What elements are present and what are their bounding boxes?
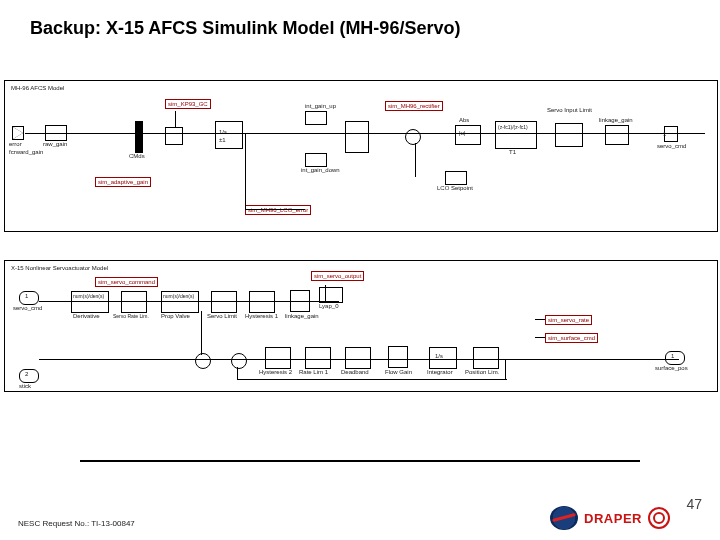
label-lyap: Lyap_0 — [319, 303, 338, 309]
gain-flow — [389, 347, 407, 367]
wire-fb — [505, 359, 506, 379]
wire-v2 — [415, 143, 416, 177]
block-switch — [345, 121, 369, 153]
block-lco — [445, 171, 467, 185]
block-hyst2 — [265, 347, 291, 369]
tag-servo-output: sim_servo_output — [311, 271, 364, 281]
outport-surface — [665, 351, 685, 365]
diagram-servo: X-15 Nonlinear Servoactuator Model 1 ser… — [4, 260, 718, 392]
logo-group: DRAPER — [550, 506, 670, 530]
draper-logo-icon — [648, 507, 670, 529]
label-abs: Abs — [459, 117, 469, 123]
wire-v1 — [245, 133, 246, 209]
label-deadband: Deadband — [341, 369, 369, 375]
block-rate-lim — [121, 291, 147, 313]
tag-rectifier: sim_MH96_rectifier — [385, 101, 443, 111]
label-int-up: int_gain_up — [305, 103, 336, 109]
block-int1 — [215, 121, 243, 149]
outport-num: 1 — [663, 131, 666, 137]
sum2 — [195, 353, 211, 369]
label-error: error — [9, 141, 22, 147]
wire-v4 — [325, 285, 326, 301]
tag-servo-command: sim_servo_command — [95, 277, 158, 287]
tf1-text: (z-fc1)/(z-fc1) — [498, 125, 528, 130]
mux-cmds — [135, 121, 143, 153]
block-rate-lim2 — [305, 347, 331, 369]
nasa-logo-icon — [550, 506, 578, 530]
diagram1-caption: MH-96 AFCS Model — [11, 85, 64, 91]
label-prop-valve: Prop Valve — [161, 313, 190, 319]
tag-adaptive-gain: sim_adaptive_gain — [95, 177, 151, 187]
block-sum — [405, 129, 421, 145]
label-servo-cmd: servo_cmd — [657, 143, 686, 149]
draper-logo-text: DRAPER — [584, 511, 642, 526]
divider — [80, 460, 640, 462]
slide-title: Backup: X-15 AFCS Simulink Model (MH-96/… — [30, 18, 460, 39]
wire-main — [25, 133, 705, 134]
label-linkage2: linkage_gain — [285, 313, 319, 319]
label-surface-pos: surface_pos — [655, 365, 688, 371]
diagram-mh96: MH-96 AFCS Model error fcrward_gain raw_… — [4, 80, 718, 232]
label-rate-lim2: Rate Lim 1 — [299, 369, 328, 375]
label-servo-lim: Servo Limit — [207, 313, 237, 319]
inport-stick — [19, 369, 39, 383]
wire-h2 — [245, 209, 305, 210]
inport-servo-cmd — [19, 291, 39, 305]
wire-row1 — [39, 301, 339, 302]
label-raw-gain: raw_gain — [43, 141, 67, 147]
label-int-dn: int_gain_down — [301, 167, 340, 173]
block-linkage — [605, 125, 629, 145]
label-int1: 1/s — [219, 129, 227, 135]
inport-error — [13, 127, 23, 139]
tfa-text: num(s)/den(s) — [73, 294, 104, 299]
label-integrator: Integrator — [427, 369, 453, 375]
label-servo-cmd-in: servo_cmd — [13, 305, 42, 311]
wire-fb-v — [237, 367, 238, 379]
wire-r1 — [535, 319, 545, 320]
label-cmds: CMds — [129, 153, 145, 159]
page-number: 47 — [686, 496, 702, 512]
block-hyst1 — [249, 291, 275, 313]
label-pos-lim: Position Lim. — [465, 369, 499, 375]
diagram2-caption: X-15 Nonlinear Servoactuator Model — [11, 265, 108, 271]
block-pos-lim — [473, 347, 499, 369]
label-hyst2: Hysteresis 2 — [259, 369, 292, 375]
block-deadband — [345, 347, 371, 369]
sum3 — [231, 353, 247, 369]
block-int-dn — [305, 153, 327, 167]
in1-num: 1 — [25, 293, 28, 299]
tag-servo-rate: sim_servo_rate — [545, 315, 592, 325]
block-int-up — [305, 111, 327, 125]
tag-surface-cmd: sim_surface_cmd — [545, 333, 598, 343]
label-derivative: Derivative — [73, 313, 100, 319]
wire-v3 — [201, 311, 202, 355]
label-fwd-gain: fcrward_gain — [9, 149, 43, 155]
tag-lco-error: sim_MH96_LCO_error — [245, 205, 311, 215]
block-servo-lim2 — [211, 291, 237, 313]
label-linkage: linkage_gain — [599, 117, 633, 123]
label-tf1b: T1 — [509, 149, 516, 155]
block-servo-limit — [555, 123, 583, 147]
label-rate-lim: Servo Rate Lim. — [113, 313, 149, 319]
in2-num: 2 — [25, 371, 28, 377]
wire-row2 — [39, 359, 679, 360]
wire-fb-h — [237, 379, 507, 380]
label-servo-limit: Servo Input Limit — [547, 107, 592, 113]
label-hyst1: Hysteresis 1 — [245, 313, 278, 319]
tfb-text: num(s)/den(s) — [163, 294, 194, 299]
block-product1 — [165, 127, 183, 145]
wire-r2 — [535, 337, 545, 338]
label-lco: LCO Setpoint — [437, 185, 473, 191]
label-flow-gain: Flow Gain — [385, 369, 412, 375]
footer-text: NESC Request No.: TI-13-00847 — [18, 519, 135, 528]
outport-servo-cmd — [665, 127, 677, 141]
label-int1b: ±1 — [219, 137, 226, 143]
tag-kp93: sim_KP93_GC — [165, 99, 211, 109]
label-stick: stick — [19, 383, 31, 389]
